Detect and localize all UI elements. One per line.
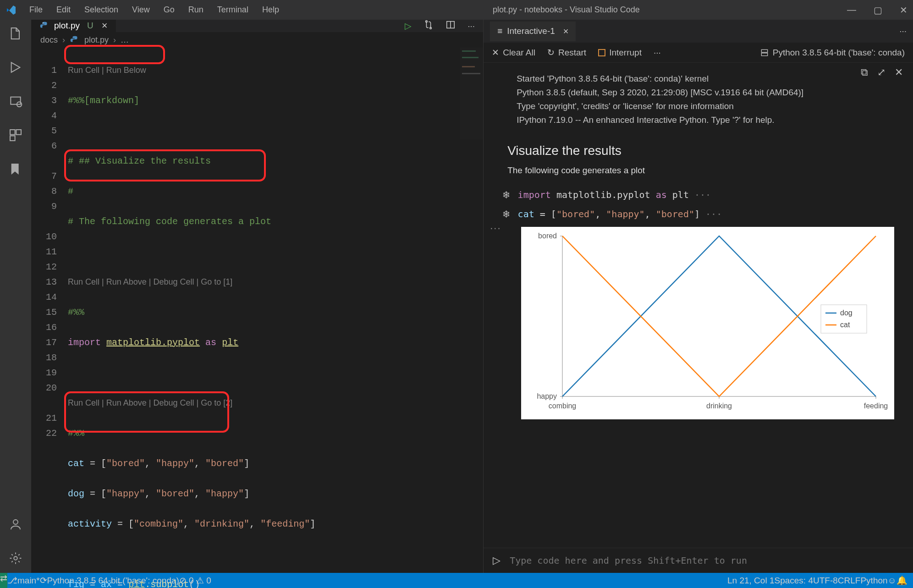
remote-indicator[interactable]: ⇄ xyxy=(0,573,7,588)
remote-icon: ⇄ xyxy=(0,573,7,583)
interactive-tab-label: Interactive-1 xyxy=(507,26,555,36)
expand-icon[interactable]: ⤢ xyxy=(877,66,886,78)
annotation-highlight xyxy=(64,45,165,64)
maximize-icon[interactable]: ▢ xyxy=(874,5,882,16)
svg-text:cat: cat xyxy=(840,321,850,329)
breadcrumb-file[interactable]: plot.py xyxy=(84,35,109,45)
status-cursor[interactable]: Ln 21, Col 1 xyxy=(727,576,774,586)
explorer-icon[interactable] xyxy=(7,25,24,42)
breadcrumbs[interactable]: docs › plot.py › … xyxy=(31,32,483,48)
tab-close-icon[interactable]: × xyxy=(563,26,569,37)
svg-rect-14 xyxy=(462,57,478,58)
code-line: # ## Visualize the results xyxy=(68,156,211,166)
minimap[interactable] xyxy=(460,48,483,139)
menu-edit[interactable]: Edit xyxy=(50,3,77,16)
breadcrumb-folder[interactable]: docs xyxy=(40,35,58,45)
editor-tab-plot[interactable]: plot.py U × xyxy=(31,20,116,32)
interactive-input[interactable] xyxy=(510,555,904,566)
run-input-icon[interactable]: ▷ xyxy=(493,555,500,566)
more-actions-icon[interactable]: ··· xyxy=(654,48,661,58)
svg-rect-4 xyxy=(10,136,15,141)
menu-view[interactable]: View xyxy=(126,3,156,16)
menu-run[interactable]: Run xyxy=(182,3,210,16)
clear-all-button[interactable]: ✕ Clear All xyxy=(492,47,535,58)
chevron-right-icon: › xyxy=(113,35,116,45)
svg-text:bored: bored xyxy=(538,232,557,240)
notifications-icon[interactable]: 🔔 xyxy=(896,575,908,586)
code-line: # xyxy=(68,186,73,197)
tab-filename: plot.py xyxy=(54,21,80,31)
executed-cell[interactable]: ❄ cat = ["bored", "happy", "bored"] ··· xyxy=(503,208,904,220)
menu-bar: File Edit Selection View Go Run Terminal… xyxy=(23,3,286,16)
chevron-right-icon: › xyxy=(62,35,65,45)
tab-close-icon[interactable]: × xyxy=(102,20,108,32)
menu-help[interactable]: Help xyxy=(256,3,286,16)
more-actions-icon[interactable]: ··· xyxy=(468,21,475,31)
kernel-selector[interactable]: Python 3.8.5 64-bit ('base': conda) xyxy=(760,48,905,58)
svg-rect-0 xyxy=(11,97,20,104)
codelens-run-cell[interactable]: Run Cell | Run Above | Debug Cell | Go t… xyxy=(68,275,462,290)
breadcrumb-tail[interactable]: … xyxy=(121,35,129,45)
tab-modified-indicator: U xyxy=(87,21,94,31)
minimize-icon[interactable]: — xyxy=(847,5,856,16)
interactive-pane: ≡ Interactive-1 × ··· ✕ Clear All ↻ Rest… xyxy=(483,20,913,573)
markdown-heading: Visualize the results xyxy=(507,143,904,158)
codelens-run-cell[interactable]: Run Cell | Run Below xyxy=(68,63,462,78)
interactive-tabbar: ≡ Interactive-1 × ··· xyxy=(484,20,913,43)
restart-button[interactable]: ↻ Restart xyxy=(547,47,586,58)
close-window-icon[interactable]: ✕ xyxy=(900,5,908,16)
more-actions-icon[interactable]: ··· xyxy=(899,26,907,36)
menu-go[interactable]: Go xyxy=(157,3,181,16)
interactive-toolbar: ✕ Clear All ↻ Restart Interrupt ··· Pyth… xyxy=(484,43,913,63)
editor-pane: plot.py U × ▷ ··· docs › plot.py › … xyxy=(31,20,483,573)
extensions-icon[interactable] xyxy=(7,127,24,143)
status-indent[interactable]: Spaces: 4 xyxy=(774,576,813,586)
status-eol[interactable]: CRLF xyxy=(838,576,861,586)
bookmark-icon[interactable] xyxy=(7,161,24,177)
codelens-run-cell[interactable]: Run Cell | Run Above | Debug Cell | Go t… xyxy=(68,396,462,411)
interrupt-button[interactable]: Interrupt xyxy=(598,48,642,58)
editor-tabbar: plot.py U × ▷ ··· xyxy=(31,20,483,32)
feedback-icon[interactable]: ☺ xyxy=(888,576,896,586)
settings-gear-icon[interactable] xyxy=(7,550,24,566)
python-file-icon xyxy=(70,35,80,45)
editor-body[interactable]: 123456 789 1011121314151617181920 2122 R… xyxy=(31,48,483,588)
svg-point-6 xyxy=(14,556,17,560)
menu-terminal[interactable]: Terminal xyxy=(211,3,255,16)
snowflake-icon: ❄ xyxy=(503,208,509,220)
status-encoding[interactable]: UTF-8 xyxy=(813,576,838,586)
interactive-output[interactable]: ⧉ ⤢ ✕ Started 'Python 3.8.5 64-bit ('bas… xyxy=(484,63,913,548)
code-content[interactable]: Run Cell | Run Below #%%[markdown] # ## … xyxy=(68,48,483,588)
run-debug-icon[interactable] xyxy=(7,59,24,76)
kernel-messages: Started 'Python 3.8.5 64-bit ('base': co… xyxy=(517,72,904,127)
menu-file[interactable]: File xyxy=(23,3,49,16)
stop-icon xyxy=(598,49,605,56)
python-file-icon xyxy=(39,21,50,31)
svg-rect-16 xyxy=(462,73,480,74)
git-compare-icon[interactable] xyxy=(424,20,434,32)
svg-rect-18 xyxy=(761,53,767,55)
svg-point-7 xyxy=(43,22,44,23)
activity-bar xyxy=(0,20,31,573)
executed-cell[interactable]: ❄ import matplotlib.pyplot as plt ··· xyxy=(503,188,904,201)
vscode-logo-icon xyxy=(6,5,16,16)
ellipsis-icon[interactable]: ··· xyxy=(490,222,501,234)
accounts-icon[interactable] xyxy=(7,516,24,533)
window-title: plot.py - notebooks - Visual Studio Code xyxy=(286,5,847,15)
split-editor-icon[interactable] xyxy=(446,20,456,32)
svg-text:drinking: drinking xyxy=(706,402,732,410)
remote-explorer-icon[interactable] xyxy=(7,93,24,110)
svg-rect-17 xyxy=(761,49,767,52)
title-bar: File Edit Selection View Go Run Terminal… xyxy=(0,0,913,20)
run-file-icon[interactable]: ▷ xyxy=(405,21,412,31)
output-plot: boredhappycombingdrinkingfeedingdogcat xyxy=(521,227,894,419)
copy-icon[interactable]: ⧉ xyxy=(861,66,868,78)
svg-rect-2 xyxy=(10,130,15,135)
status-language[interactable]: Python xyxy=(860,576,887,586)
menu-selection[interactable]: Selection xyxy=(78,3,125,16)
close-icon[interactable]: ✕ xyxy=(895,66,903,78)
interactive-tab[interactable]: ≡ Interactive-1 × xyxy=(490,22,576,41)
list-icon: ≡ xyxy=(497,26,502,36)
code-line: #%% xyxy=(68,307,84,318)
branch-icon: ⎇ xyxy=(7,576,17,585)
